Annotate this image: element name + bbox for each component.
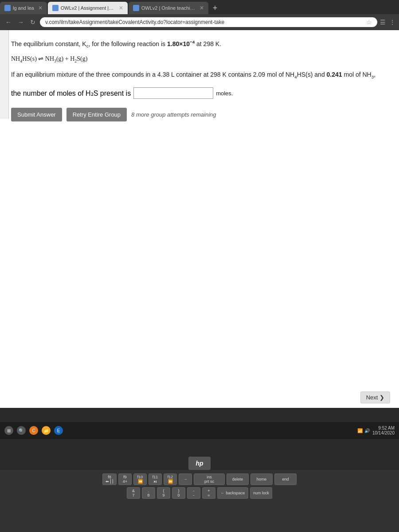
toolbar-icons: ☰ ⋮ (380, 19, 395, 26)
answer-prompt-text: the number of moles of H₂S present is (11, 89, 131, 98)
search-taskbar-icon[interactable]: 🔍 (17, 426, 26, 435)
hp-logo-area: hp (188, 457, 211, 470)
keyboard-row-num: &7 .8 (9 )0 -- += ← backspace num lock (4, 487, 395, 499)
taskbar-cortana[interactable]: C (29, 426, 38, 435)
button-row: Submit Answer Retry Entire Group 8 more … (11, 108, 388, 121)
address-bar[interactable]: v.com/ilrn/takeAssignment/takeCovalentAc… (40, 17, 377, 27)
taskbar-file-explorer[interactable]: 📁 (42, 426, 51, 435)
key-num-lock[interactable]: num lock (250, 487, 272, 499)
forward-button[interactable]: → (16, 18, 26, 27)
date-display: 10/14/2020 (372, 430, 395, 435)
key-f10[interactable]: f10⏪ (133, 473, 147, 485)
new-tab-button[interactable]: + (209, 2, 221, 14)
tab-label-2: OWLv2 | Assignment | Finished (61, 5, 115, 11)
keyboard: f8⬅⎥⎥ f94+ f10⏪ f11⏯ f12⏩ → insprt sc de… (0, 470, 399, 532)
attempts-remaining-text: 8 more group attempts remaining (131, 111, 216, 118)
answer-line: the number of moles of H₂S present is mo… (11, 87, 388, 99)
page-content: The equilibrium constant, Kc, for the fo… (0, 30, 399, 408)
submit-answer-button[interactable]: Submit Answer (11, 108, 62, 121)
url-text: v.com/ilrn/takeAssignment/takeCovalentAc… (45, 19, 224, 25)
key-openparen-9[interactable]: (9 (157, 487, 170, 499)
time-display: 9:52 AM (372, 426, 395, 430)
taskbar-left: ⊞ 🔍 C 📁 E (4, 426, 63, 435)
key-f9[interactable]: f94+ (118, 473, 132, 485)
keyboard-row-fn: f8⬅⎥⎥ f94+ f10⏪ f11⏯ f12⏩ → insprt sc de… (4, 473, 395, 485)
tab-close-3[interactable]: ✕ (200, 5, 204, 11)
retry-entire-group-button[interactable]: Retry Entire Group (66, 108, 127, 121)
key-dot-8[interactable]: .8 (142, 487, 155, 499)
moles-label: moles. (216, 90, 233, 97)
answer-input[interactable] (133, 87, 213, 99)
bookmark-icon[interactable]: ☆ (366, 19, 372, 26)
tab-assignment-finished[interactable]: OWLv2 | Assignment | Finished ✕ (48, 2, 128, 14)
tab-icon-1 (4, 5, 11, 11)
time-date-display: 9:52 AM 10/14/2020 (372, 426, 395, 435)
tab-label-1: lg and lea (13, 5, 34, 11)
tab-close-2[interactable]: ✕ (119, 5, 123, 11)
back-button[interactable]: ← (4, 18, 13, 27)
key-closeparen-0[interactable]: )0 (172, 487, 185, 499)
start-button[interactable]: ⊞ (4, 426, 13, 435)
key-fn2[interactable]: → (179, 473, 192, 485)
tab-icon-2 (52, 5, 59, 11)
tab-close-1[interactable]: ✕ (38, 5, 43, 11)
key-delete[interactable]: delete (227, 473, 249, 485)
key-backspace[interactable]: ← backspace (217, 487, 248, 499)
system-tray: 📶 🔊 (357, 428, 370, 433)
refresh-button[interactable]: ↻ (28, 18, 37, 27)
tab-label-3: OWLv2 | Online teaching and lea (141, 5, 196, 11)
hp-logo: hp (188, 457, 211, 470)
key-end[interactable]: end (274, 473, 297, 485)
key-ampersand-7[interactable]: &7 (127, 487, 140, 499)
wifi-icon: 📶 (357, 428, 363, 433)
key-f8[interactable]: f8⬅⎥⎥ (102, 473, 117, 485)
volume-icon: 🔊 (364, 428, 370, 433)
next-button[interactable]: Next ❯ (360, 391, 390, 403)
equilibrium-constant-text: The equilibrium constant, Kc, for the fo… (11, 39, 388, 50)
key-f12[interactable]: f12⏩ (164, 473, 177, 485)
tab-online-teaching[interactable]: OWLv2 | Online teaching and lea ✕ (129, 2, 208, 14)
extensions-icon[interactable]: ☰ (380, 19, 386, 26)
tab-lg-and-lea[interactable]: lg and lea ✕ (0, 2, 47, 14)
key-plus-equals[interactable]: += (202, 487, 215, 499)
taskbar-right: 📶 🔊 9:52 AM 10/14/2020 (357, 426, 395, 435)
menu-icon[interactable]: ⋮ (389, 19, 395, 26)
key-minus[interactable]: -- (187, 487, 200, 499)
tab-icon-3 (133, 5, 139, 11)
address-bar-row: ← → ↻ v.com/ilrn/takeAssignment/takeCova… (0, 14, 399, 30)
key-home[interactable]: home (250, 473, 273, 485)
sidebar-partial (0, 30, 9, 119)
key-prtsc[interactable]: insprt sc (194, 473, 225, 485)
chemical-equation: NH4HS(s) ⇌ NH3(g) + H2S(g) (11, 55, 388, 63)
key-f11[interactable]: f11⏯ (149, 473, 162, 485)
tab-bar: lg and lea ✕ OWLv2 | Assignment | Finish… (0, 0, 399, 14)
taskbar-browser[interactable]: E (54, 426, 63, 435)
taskbar: ⊞ 🔍 C 📁 E 📶 🔊 9:52 AM 10/14/2020 (0, 422, 399, 439)
problem-description: If an equilibrium mixture of the three c… (11, 70, 388, 80)
